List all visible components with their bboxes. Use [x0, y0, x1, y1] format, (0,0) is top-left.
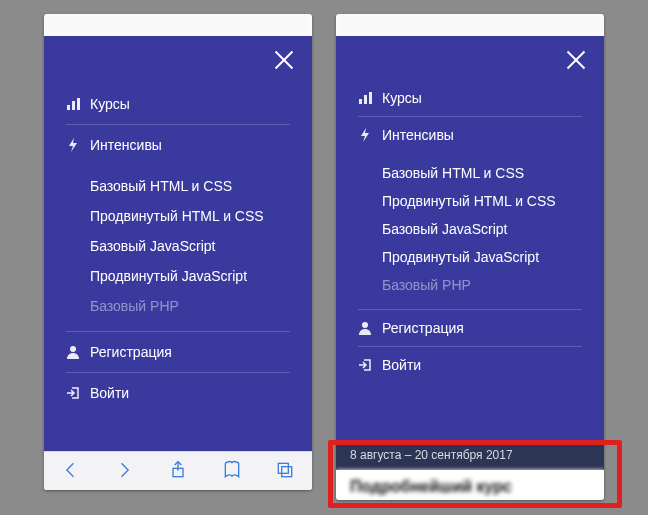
- svg-point-11: [362, 322, 368, 328]
- share-icon[interactable]: [168, 460, 188, 484]
- nav-panel: Курсы Интенсивы Базовый HTML и CSS Продв…: [336, 36, 604, 468]
- svg-rect-8: [359, 99, 362, 104]
- nav-label: Курсы: [90, 96, 130, 112]
- nav-label: Курсы: [382, 90, 422, 106]
- nav-item-register[interactable]: Регистрация: [66, 332, 290, 373]
- lightning-icon: [358, 128, 372, 142]
- svg-rect-6: [279, 463, 289, 473]
- status-bar: [336, 14, 604, 36]
- user-icon: [358, 321, 372, 335]
- svg-rect-9: [364, 95, 367, 104]
- svg-point-3: [70, 346, 76, 352]
- nav-label: Войти: [90, 385, 129, 401]
- nav-item-intensives[interactable]: Интенсивы: [358, 117, 582, 153]
- nav-label: Интенсивы: [90, 137, 162, 153]
- login-icon: [66, 386, 80, 400]
- nav-item-courses[interactable]: Курсы: [66, 84, 290, 125]
- svg-rect-7: [282, 466, 292, 476]
- nav-label: Регистрация: [90, 344, 172, 360]
- course-card-title: Подробнейший курс: [336, 470, 604, 500]
- nav-item-register[interactable]: Регистрация: [358, 310, 582, 347]
- user-icon: [66, 345, 80, 359]
- close-button[interactable]: [272, 48, 296, 72]
- back-icon[interactable]: [61, 460, 81, 484]
- bar-chart-icon: [66, 97, 80, 111]
- nav-menu: Курсы Интенсивы Базовый HTML и CSS Продв…: [336, 36, 604, 383]
- submenu-item[interactable]: Продвинутый JavaScript: [66, 261, 290, 291]
- nav-label: Регистрация: [382, 320, 464, 336]
- course-dates: 8 августа – 20 сентября 2017: [336, 440, 604, 470]
- svg-rect-1: [72, 101, 75, 110]
- bookmarks-icon[interactable]: [222, 460, 242, 484]
- nav-menu: Курсы Интенсивы Базовый HTML и CSS Продв…: [44, 36, 312, 413]
- svg-rect-2: [77, 98, 80, 110]
- lightning-icon: [66, 138, 80, 152]
- nav-panel: Курсы Интенсивы Базовый HTML и CSS Продв…: [44, 36, 312, 451]
- login-icon: [358, 358, 372, 372]
- svg-rect-0: [67, 105, 70, 110]
- nav-item-login[interactable]: Войти: [358, 347, 582, 383]
- submenu-item[interactable]: Продвинутый HTML и CSS: [358, 187, 582, 215]
- submenu-item-disabled: Базовый PHP: [66, 291, 290, 321]
- safari-toolbar: [44, 451, 312, 490]
- svg-rect-10: [369, 92, 372, 104]
- nav-item-intensives[interactable]: Интенсивы: [66, 125, 290, 165]
- intensives-submenu: Базовый HTML и CSS Продвинутый HTML и CS…: [66, 165, 290, 332]
- submenu-item[interactable]: Базовый HTML и CSS: [358, 159, 582, 187]
- nav-label: Войти: [382, 357, 421, 373]
- nav-item-courses[interactable]: Курсы: [358, 80, 582, 117]
- submenu-item-disabled: Базовый PHP: [358, 271, 582, 299]
- nav-label: Интенсивы: [382, 127, 454, 143]
- submenu-item[interactable]: Продвинутый JavaScript: [358, 243, 582, 271]
- intensives-submenu: Базовый HTML и CSS Продвинутый HTML и CS…: [358, 153, 582, 310]
- phone-right: Курсы Интенсивы Базовый HTML и CSS Продв…: [336, 14, 604, 500]
- submenu-item[interactable]: Базовый JavaScript: [358, 215, 582, 243]
- close-button[interactable]: [564, 48, 588, 72]
- submenu-item[interactable]: Продвинутый HTML и CSS: [66, 201, 290, 231]
- nav-item-login[interactable]: Войти: [66, 373, 290, 413]
- forward-icon[interactable]: [114, 460, 134, 484]
- phone-left: Курсы Интенсивы Базовый HTML и CSS Продв…: [44, 14, 312, 490]
- submenu-item[interactable]: Базовый JavaScript: [66, 231, 290, 261]
- peeking-content: 8 августа – 20 сентября 2017 Подробнейши…: [336, 440, 604, 500]
- submenu-item[interactable]: Базовый HTML и CSS: [66, 171, 290, 201]
- bar-chart-icon: [358, 91, 372, 105]
- tabs-icon[interactable]: [275, 460, 295, 484]
- status-bar: [44, 14, 312, 36]
